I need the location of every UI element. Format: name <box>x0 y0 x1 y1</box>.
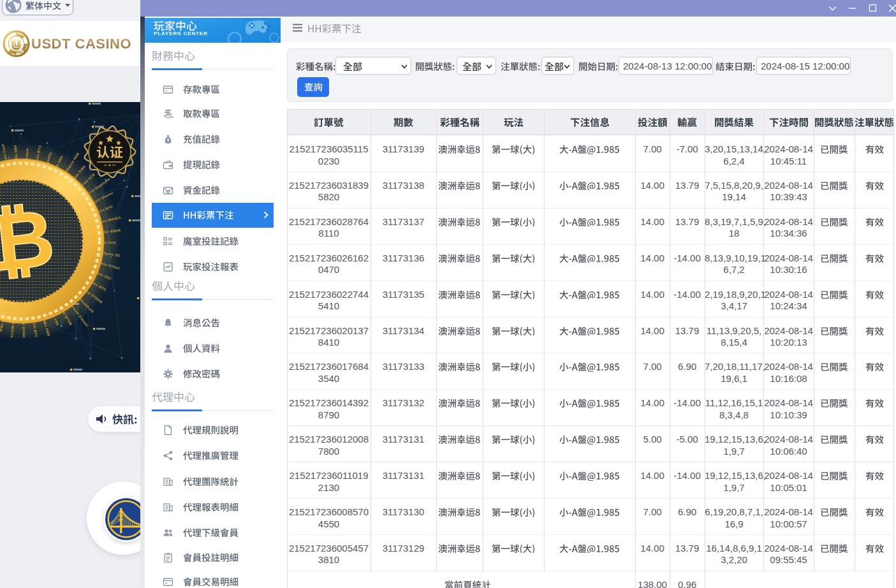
svg-text:₿: ₿ <box>0 193 58 288</box>
svg-text:CASINO: CASINO <box>10 50 24 54</box>
svg-text:¥: ¥ <box>167 138 170 142</box>
